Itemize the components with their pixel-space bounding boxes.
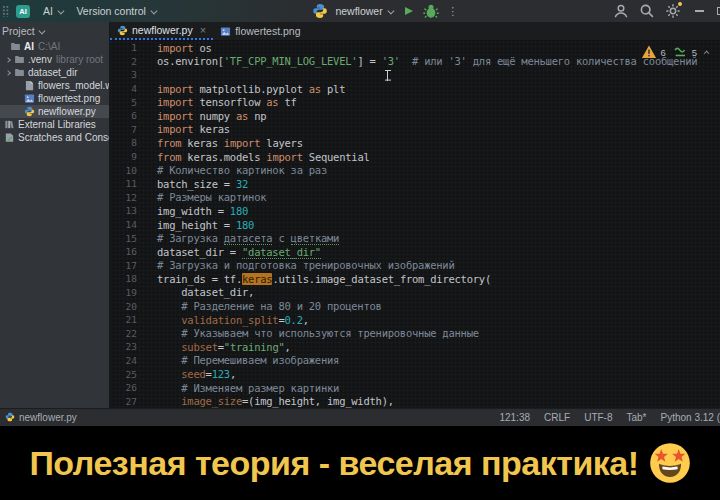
line-number[interactable]: 1 [110,42,146,53]
code-line[interactable]: 3 [110,68,720,82]
tree-item-AI[interactable]: AIC:\AI [0,40,109,53]
code-text: import matplotlib.pyplot as plt [157,83,345,95]
code-line[interactable]: 16dataset_dir = "dataset_dir" [110,245,720,259]
line-number[interactable]: 12 [110,192,146,203]
line-number[interactable]: 22 [110,328,146,339]
status-segment[interactable]: 121:38 [499,412,530,423]
code-line[interactable]: 26 # Изменяем размер картинки [110,381,720,395]
code-line[interactable]: 17# Загрузка и подготовка тренировочных … [110,259,720,273]
line-number[interactable]: 17 [110,260,146,271]
tree-item-newflower.py[interactable]: newflower.py [0,105,109,118]
tree-item-External Libraries[interactable]: External Libraries [0,118,109,131]
code-line[interactable]: 19 dataset_dir, [110,286,720,300]
more-actions-button[interactable]: ⋮ [447,5,458,18]
code-line[interactable]: 5import tensorflow as tf [110,95,720,109]
tab-flowertest.png[interactable]: flowertest.png [213,22,307,40]
debug-button[interactable] [423,3,439,19]
titlebar: AI AI Version control newflower ⋮ [0,0,720,22]
line-number[interactable]: 2 [110,56,146,67]
code-editor[interactable]: 1import os2os.environ['TF_CPP_MIN_LOG_LE… [110,41,720,408]
tree-item-flowers_model.weights.h5[interactable]: flowers_model.weights.h5 [0,79,109,92]
code-line[interactable]: 20 # Разделение на 80 и 20 процентов [110,299,720,313]
code-line[interactable]: 8from keras import layers [110,136,720,150]
code-line[interactable]: 9from keras.models import Sequential [110,150,720,164]
code-text: img_height = 180 [157,219,254,231]
line-number[interactable]: 11 [110,178,146,189]
line-number[interactable]: 19 [110,287,146,298]
code-line[interactable]: 18train_ds = tf.keras.utils.image_datase… [110,272,720,286]
line-number[interactable]: 3 [110,69,146,80]
code-line[interactable]: 7import keras [110,123,720,137]
code-line[interactable]: 10# Количество картинок за раз [110,163,720,177]
drag-handle-icon[interactable] [3,6,10,17]
tree-item-dataset_dir[interactable]: dataset_dir [0,66,109,79]
code-line[interactable]: 14img_height = 180 [110,218,720,232]
status-file[interactable]: newflower.py [5,412,77,424]
line-number[interactable]: 7 [110,124,146,135]
run-configuration-selector[interactable]: newflower [332,2,395,20]
chevron-right-icon[interactable] [5,57,11,63]
line-number[interactable]: 15 [110,233,146,244]
code-line[interactable]: 4import matplotlib.pyplot as plt [110,82,720,96]
inspections-widget[interactable]: 6 5 [641,44,710,60]
code-line[interactable]: 13img_width = 180 [110,204,720,218]
line-number[interactable]: 14 [110,219,146,230]
line-number[interactable]: 18 [110,273,146,284]
status-segment[interactable]: Python 3.12 ( [661,412,720,423]
tab-label: newflower.py [132,24,193,36]
status-segment[interactable]: Tab* [627,412,647,423]
chevron-right-icon[interactable] [5,70,11,76]
tree-item-.venv[interactable]: .venvlibrary root [0,53,109,66]
code-text: # Изменяем размер картинки [157,382,339,394]
tree-item-Scratches and Consoles[interactable]: Scratches and Consoles [0,131,109,144]
line-number[interactable]: 5 [110,97,146,108]
caption-banner: Полезная теория - веселая практика! [0,426,720,500]
status-segment[interactable]: CRLF [544,412,570,423]
code-line[interactable]: 24 # Перемешиваем изображения [110,354,720,368]
line-number[interactable]: 4 [110,83,146,94]
pycharm-window: AI AI Version control newflower ⋮ P [0,0,720,500]
line-number[interactable]: 16 [110,246,146,257]
code-with-me-user-icon[interactable] [613,3,629,19]
ai-logo-icon: AI [16,5,30,18]
line-number[interactable]: 9 [110,151,146,162]
line-number[interactable]: 10 [110,165,146,176]
line-number[interactable]: 26 [110,382,146,393]
status-segment[interactable]: UTF-8 [584,412,612,423]
line-number[interactable]: 25 [110,369,146,380]
close-icon[interactable]: × [200,25,206,36]
code-line[interactable]: 2os.environ['TF_CPP_MIN_LOG_LEVEL'] = '3… [110,55,720,69]
line-number[interactable]: 21 [110,314,146,325]
code-line[interactable]: 15# Загрузка датасета с цветками [110,231,720,245]
code-line[interactable]: 22 # Указываем что используются трениров… [110,326,720,340]
line-number[interactable]: 24 [110,355,146,366]
code-line[interactable]: 11batch_size = 32 [110,177,720,191]
search-icon[interactable] [639,3,655,19]
code-line[interactable]: 6import numpy as np [110,109,720,123]
version-control-menu[interactable]: Version control [69,2,162,20]
settings-gear-icon[interactable] [665,3,681,19]
line-number[interactable]: 13 [110,205,146,216]
run-button[interactable] [405,7,413,15]
minimize-button[interactable] [691,3,707,19]
code-text: # Загрузка датасета с цветками [157,232,339,244]
code-line[interactable]: 27 image_size=(img_height, img_width), [110,394,720,408]
project-panel-header[interactable]: Project [0,22,109,40]
ai-menu[interactable]: AI [36,2,69,20]
code-line[interactable]: 12# Размеры картинок [110,191,720,205]
tree-item-flowertest.png[interactable]: flowertest.png [0,92,109,105]
code-line[interactable]: 21 validation_split=0.2, [110,313,720,327]
line-number[interactable]: 23 [110,341,146,352]
line-number[interactable]: 8 [110,137,146,148]
line-number[interactable]: 6 [110,110,146,121]
python-icon [117,25,128,36]
code-line[interactable]: 25 seed=123, [110,367,720,381]
line-number[interactable]: 20 [110,301,146,312]
line-number[interactable]: 27 [110,396,146,407]
chevron-up-icon[interactable] [704,51,710,57]
code-text: # Указываем что используются тренировочн… [157,327,479,339]
tab-newflower.py[interactable]: newflower.py× [110,22,213,40]
code-line[interactable]: 1import os [110,41,720,55]
code-line[interactable]: 23 subset="training", [110,340,720,354]
code-text: import tensorflow as tf [157,96,297,108]
